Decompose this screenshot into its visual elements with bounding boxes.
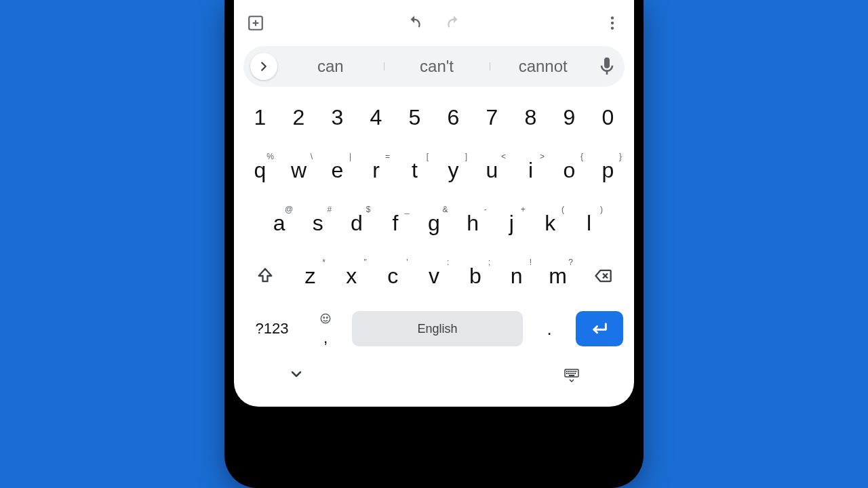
key-2[interactable]: 2 — [279, 96, 318, 138]
key-4[interactable]: 4 — [357, 96, 395, 138]
screen: can can't cannot 1234567890 q%w\e|r=t[y]… — [234, 0, 634, 407]
key-c[interactable]: c' — [372, 255, 414, 297]
svg-rect-14 — [570, 371, 572, 372]
svg-rect-23 — [569, 375, 574, 376]
enter-key[interactable] — [576, 311, 623, 346]
key-1[interactable]: 1 — [241, 96, 279, 138]
spacebar[interactable]: English — [352, 311, 523, 346]
svg-rect-21 — [572, 373, 574, 374]
bottom-row: ?123 , English . — [241, 308, 627, 350]
key-s[interactable]: s# — [298, 202, 337, 244]
suggestion-1[interactable]: can — [277, 57, 384, 76]
key-l[interactable]: l) — [570, 202, 608, 244]
key-alt-label: [ — [427, 152, 429, 161]
emoji-icon — [319, 312, 332, 328]
key-z[interactable]: z* — [290, 255, 331, 297]
key-alt-label: _ — [405, 205, 410, 214]
letter-row-2: a@s#d$f_g&h-j+k(l) — [241, 202, 627, 244]
key-m[interactable]: m? — [537, 255, 578, 297]
key-x[interactable]: x" — [331, 255, 372, 297]
key-alt-label: $ — [366, 205, 371, 214]
key-alt-label: ? — [568, 258, 573, 267]
key-3[interactable]: 3 — [318, 96, 357, 138]
svg-rect-17 — [576, 371, 577, 372]
key-r[interactable]: r= — [357, 149, 395, 191]
period-key[interactable]: . — [530, 308, 569, 350]
key-b[interactable]: b; — [454, 255, 496, 297]
key-alt-label: " — [363, 258, 366, 267]
key-n[interactable]: n! — [496, 255, 537, 297]
key-alt-label: ] — [465, 152, 467, 161]
symbols-key[interactable]: ?123 — [245, 308, 299, 350]
key-alt-label: % — [267, 152, 274, 161]
key-alt-label: ( — [561, 205, 564, 214]
key-alt-label: @ — [285, 205, 293, 214]
key-k[interactable]: k( — [531, 202, 570, 244]
key-i[interactable]: i> — [511, 149, 550, 191]
svg-point-4 — [611, 22, 614, 24]
key-alt-label: > — [540, 152, 545, 161]
keyboard: 1234567890 q%w\e|r=t[y]u<i>o{p} a@s#d$f_… — [234, 87, 634, 407]
key-alt-label: & — [443, 205, 448, 214]
key-j[interactable]: j+ — [492, 202, 531, 244]
redo-icon — [444, 14, 463, 33]
expand-suggestions-button[interactable] — [250, 53, 277, 80]
undo-icon[interactable] — [405, 14, 424, 33]
key-alt-label: ' — [406, 258, 408, 267]
key-0[interactable]: 0 — [589, 96, 627, 138]
svg-point-5 — [611, 26, 614, 29]
key-alt-label: } — [619, 152, 622, 161]
key-9[interactable]: 9 — [550, 96, 589, 138]
collapse-keyboard-icon[interactable] — [288, 366, 304, 385]
svg-rect-16 — [574, 371, 576, 372]
keyboard-toolbar — [234, 0, 634, 46]
svg-rect-15 — [572, 371, 574, 372]
key-q[interactable]: q% — [241, 149, 279, 191]
backspace-key[interactable] — [578, 255, 627, 297]
svg-rect-12 — [566, 371, 568, 372]
key-alt-label: < — [501, 152, 506, 161]
key-t[interactable]: t[ — [395, 149, 434, 191]
svg-point-9 — [323, 317, 325, 318]
emoji-comma-key[interactable]: , — [306, 308, 345, 350]
more-icon[interactable] — [603, 14, 622, 33]
key-alt-label: | — [349, 152, 351, 161]
nav-bar — [241, 362, 627, 403]
key-f[interactable]: f_ — [376, 202, 414, 244]
key-alt-label: ; — [488, 258, 490, 267]
key-6[interactable]: 6 — [434, 96, 473, 138]
svg-point-10 — [327, 317, 328, 318]
key-alt-label: : — [447, 258, 449, 267]
key-y[interactable]: y] — [434, 149, 473, 191]
key-g[interactable]: g& — [414, 202, 453, 244]
mic-icon[interactable] — [596, 56, 618, 77]
svg-rect-22 — [574, 373, 576, 374]
key-a[interactable]: a@ — [260, 202, 298, 244]
key-alt-label: * — [322, 258, 326, 267]
phone-frame: can can't cannot 1234567890 q%w\e|r=t[y]… — [224, 0, 644, 488]
key-5[interactable]: 5 — [395, 96, 434, 138]
key-v[interactable]: v: — [414, 255, 455, 297]
suggestion-bar: can can't cannot — [243, 46, 625, 87]
key-7[interactable]: 7 — [473, 96, 511, 138]
key-o[interactable]: o{ — [550, 149, 589, 191]
shift-key[interactable] — [241, 255, 290, 297]
svg-rect-18 — [566, 373, 568, 374]
suggestion-3[interactable]: cannot — [490, 57, 596, 76]
svg-rect-13 — [568, 371, 570, 372]
key-alt-label: # — [328, 205, 332, 214]
key-8[interactable]: 8 — [511, 96, 550, 138]
key-alt-label: \ — [311, 152, 313, 161]
key-p[interactable]: p} — [589, 149, 627, 191]
suggestion-2[interactable]: can't — [384, 57, 490, 76]
key-d[interactable]: d$ — [337, 202, 376, 244]
key-h[interactable]: h- — [454, 202, 492, 244]
key-e[interactable]: e| — [318, 149, 357, 191]
key-w[interactable]: w\ — [279, 149, 318, 191]
keyboard-switch-icon[interactable] — [564, 366, 580, 385]
key-u[interactable]: u< — [473, 149, 511, 191]
letter-row-1: q%w\e|r=t[y]u<i>o{p} — [241, 149, 627, 191]
add-icon[interactable] — [246, 14, 265, 33]
letter-row-3: z*x"c'v:b;n!m? — [241, 255, 627, 297]
comma-label: , — [323, 329, 328, 346]
